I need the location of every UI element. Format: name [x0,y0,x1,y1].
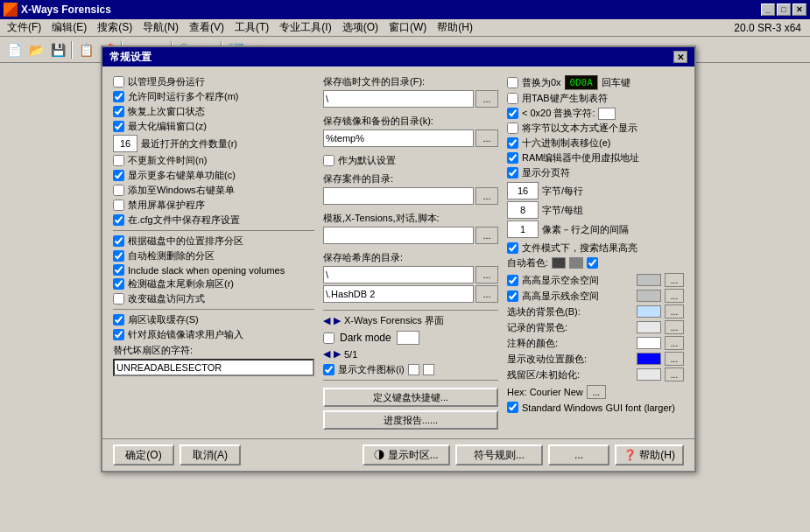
pixel-spacing-input[interactable] [507,220,539,238]
replace-hex-check[interactable] [507,77,518,88]
color-row-3-btn[interactable]: ... [665,320,684,334]
cb-detect-tail-check[interactable] [113,278,124,290]
menu-edit[interactable]: 编辑(E) [46,18,92,37]
toolbar-copy[interactable]: 📋 [75,39,96,60]
cb-ram-virtual[interactable]: RAM编辑器中使用虚拟地址 [507,151,684,164]
hash-dir-browse[interactable]: ... [475,266,498,284]
bad-sector-input[interactable] [113,359,314,376]
hash-dir-browse2[interactable]: ... [475,285,498,303]
cb-std-font[interactable]: Standard Windows GUI font (larger) [507,402,684,413]
cb-more-context-check[interactable] [113,170,124,181]
temp-dir-input[interactable] [323,90,474,108]
cb-c0x20-check[interactable] [507,108,518,119]
menu-file[interactable]: 文件(F) [2,18,46,37]
cb-show-pages[interactable]: 显示分页符 [507,166,684,179]
template-dir-input[interactable] [323,227,474,244]
dialog-close-button[interactable]: ✕ [673,51,687,63]
recent-count-input[interactable] [113,135,137,152]
cb-detect-tail[interactable]: 检测磁盘末尾剩余扇区(r) [113,277,314,290]
color-row-5-btn[interactable]: ... [665,352,684,366]
cb-change-disk-access[interactable]: 改变磁盘访问方式 [113,292,314,305]
menu-help[interactable]: 帮助(H) [432,18,478,37]
cb-disable-screensaver[interactable]: 禁用屏幕保护程序 [113,199,314,212]
toolbar-save[interactable]: 💾 [47,39,68,60]
cb-save-cfg-check[interactable] [113,214,124,226]
color-row-1-btn[interactable]: ... [665,289,684,303]
nav-right-arrow2[interactable]: ▶ [334,348,341,360]
cb-more-context[interactable]: 显示更多右键菜单功能(c) [113,169,314,182]
template-dir-browse[interactable]: ... [475,227,498,244]
help-label-button[interactable]: ❓ 帮助(H) [615,444,684,466]
cb-auto-detect-del[interactable]: 自动检测删除的分区 [113,249,314,262]
cb-no-update-time[interactable]: 不更新文件时间(n) [113,154,314,167]
case-dir-input[interactable] [323,187,474,205]
nav-left-arrow2[interactable]: ◀ [323,348,330,360]
cb-raw-image-check[interactable] [113,329,124,340]
cb-raw-image[interactable]: 针对原始镜像请求用户输入 [113,328,314,341]
cb-no-update-time-check[interactable] [113,155,124,166]
menu-tools[interactable]: 工具(T) [229,18,274,37]
cb-multi-prog-check[interactable] [113,91,124,102]
cb-add-windows-context[interactable]: 添加至Windows右键菜单 [113,184,314,197]
cancel-button[interactable]: 取消(A) [180,444,241,466]
toolbar-open[interactable]: 📂 [25,39,46,60]
cb-admin-run-check[interactable] [113,76,124,88]
cb-show-pages-check[interactable] [507,167,518,178]
nav-right-arrow[interactable]: ▶ [334,315,341,326]
cb-sort-by-pos[interactable]: 根据磁盘中的位置排序分区 [113,234,314,248]
minimize-button[interactable]: _ [761,4,775,16]
timezone-button[interactable]: ◑ 显示时区... [363,444,450,466]
cb-restore-window-check[interactable] [113,106,124,117]
close-button[interactable]: ✕ [792,4,806,16]
cb-sector-cache[interactable]: 扇区读取缓存(S) [113,313,314,326]
ok-button[interactable]: 确定(O) [113,444,174,466]
hash-dir-input2[interactable] [323,285,474,303]
keyboard-shortcuts-button[interactable]: 定义键盘快捷键... [323,388,498,407]
cb-char-text[interactable]: 将字节以文本方式逐个显示 [507,122,684,135]
color-row-1-check[interactable] [507,290,518,302]
hash-dir-input[interactable] [323,266,474,284]
cb-default-settings-check[interactable] [323,155,335,166]
show-icon-check[interactable] [323,364,335,375]
symbol-rules-button[interactable]: 符号规则... [455,444,543,466]
menu-options[interactable]: 选项(O) [337,18,384,37]
color-row-6-btn[interactable]: ... [665,368,684,382]
progress-report-button[interactable]: 进度报告...... [323,410,498,430]
help-button[interactable]: ... [548,444,609,466]
image-dir-input[interactable] [323,130,474,147]
cb-search-highlight-check[interactable] [507,242,518,254]
cb-auto-detect-del-check[interactable] [113,250,124,262]
cb-hex16-check[interactable] [507,137,518,149]
nav-left-arrow[interactable]: ◀ [323,315,330,326]
color-row-4-btn[interactable]: ... [665,336,684,350]
cb-char-text-check[interactable] [507,122,518,134]
auto-color-check[interactable] [587,257,598,269]
cb-max-editor-check[interactable] [113,121,124,132]
cb-hex16[interactable]: 十六进制制表移位(e) [507,136,684,150]
cb-add-windows-context-check[interactable] [113,185,124,196]
cb-save-cfg[interactable]: 在.cfg文件中保存程序设置 [113,214,314,227]
cb-std-font-check[interactable] [507,402,518,413]
menu-view[interactable]: 查看(V) [184,18,229,37]
cb-sort-by-pos-check[interactable] [113,235,124,247]
image-dir-browse[interactable]: ... [475,130,498,147]
cb-tab-char[interactable]: 用TAB键产生制表符 [507,92,684,105]
color-row-2-btn[interactable]: ... [665,304,684,318]
menu-search[interactable]: 搜索(S) [92,18,137,37]
color-row-0-check[interactable] [507,275,518,286]
dark-mode-check[interactable] [323,332,335,344]
cb-max-editor[interactable]: 最大化编辑窗口(z) [113,120,314,133]
menu-window[interactable]: 窗口(W) [384,18,432,37]
cb-restore-window[interactable]: 恢复上次窗口状态 [113,105,314,118]
toolbar-new[interactable]: 📄 [4,39,25,60]
cb-disable-screensaver-check[interactable] [113,200,124,211]
cb-ram-virtual-check[interactable] [507,152,518,164]
color-row-0-btn[interactable]: ... [665,273,684,287]
cb-default-settings[interactable]: 作为默认设置 [323,154,498,167]
cb-change-disk-access-check[interactable] [113,293,124,304]
bytes-per-group-input[interactable] [507,201,539,219]
cb-admin-run[interactable]: 以管理员身份运行 [113,75,314,88]
bytes-per-row-input[interactable] [507,182,539,200]
cb-include-slack[interactable]: Include slack when opening volumes [113,264,314,276]
cb-search-highlight[interactable]: 文件模式下，搜索结果高亮 [507,242,684,255]
